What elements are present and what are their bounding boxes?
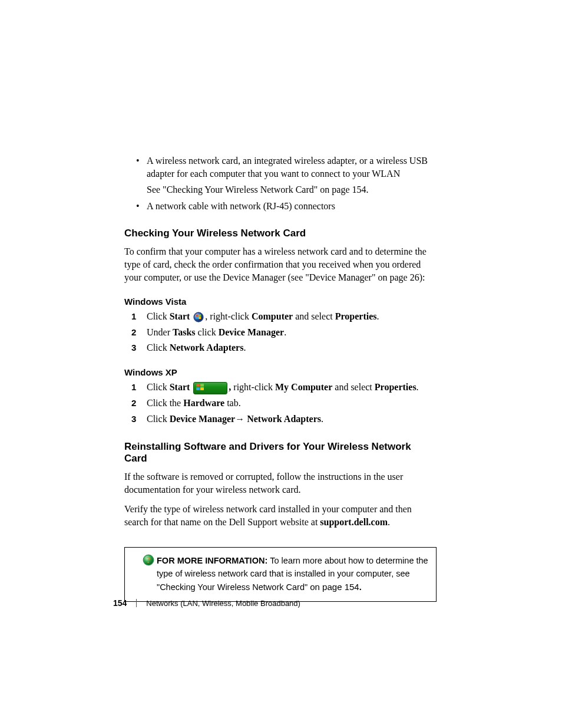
bullet-subtext: See "Checking Your Wireless Network Card… [147,183,437,196]
url-text: support.dell.com [320,517,388,527]
step-text: . [243,342,246,353]
help-icon: ? [143,554,154,570]
bullet-text: A network cable with network (RJ-45) con… [147,201,335,211]
svg-rect-7 [200,384,204,387]
info-end: . [359,582,362,592]
step-text: Under [147,327,173,337]
ui-term: Properties [335,311,377,321]
vista-start-orb-icon [193,312,204,322]
step-item: 3 Click Device Manager→ Network Adapters… [124,413,437,426]
svg-rect-6 [196,384,200,387]
svg-rect-5 [199,317,201,319]
page-content: A wireless network card, an integrated w… [124,154,437,602]
step-text: Click the [147,398,183,408]
ui-term: Device Manager [219,327,285,337]
subsection-heading: Windows Vista [124,297,437,307]
steps-list-vista: 1 Click Start , right-click Computer and… [124,310,437,354]
section-heading: Checking Your Wireless Network Card [124,228,437,239]
step-number: 3 [131,341,136,354]
step-text: tab. [224,398,241,408]
step-text: . [377,311,379,321]
step-text: right-click [233,382,275,392]
ui-term: Network Adapters [170,342,244,353]
step-number: 3 [131,413,136,425]
step-text: . [321,414,323,424]
svg-rect-8 [196,387,200,390]
body-paragraph: Verify the type of wireless network card… [124,503,437,528]
step-item: 1 Click Start , right-click Computer and… [124,310,437,323]
document-page: A wireless network card, an integrated w… [0,0,562,728]
list-item: A network cable with network (RJ-45) con… [124,200,437,213]
ui-term: Tasks [173,327,196,337]
body-text: . [388,517,390,527]
svg-rect-4 [196,317,199,319]
page-number: 154 [113,598,127,608]
ui-term: Start [170,311,193,321]
step-text: . [416,382,419,392]
list-item: A wireless network card, an integrated w… [124,154,437,196]
ui-term: Hardware [183,398,224,408]
step-text: and select [332,382,375,392]
step-text: Click [147,382,170,392]
step-item: 2 Under Tasks click Device Manager. [124,326,437,339]
section-heading: Reinstalling Software and Drivers for Yo… [124,441,437,465]
step-text: Click [147,342,170,353]
info-callout-box: ? FOR MORE INFORMATION: To learn more ab… [124,547,437,601]
ui-term: My Computer [275,382,332,392]
page-footer: 154 Networks (LAN, Wireless, Mobile Broa… [113,598,300,608]
ui-term: Start [170,382,193,392]
body-paragraph: If the software is removed or corrupted,… [124,470,437,496]
svg-text:?: ? [147,556,151,565]
step-text: Click [147,311,170,321]
svg-rect-2 [196,315,199,317]
step-number: 2 [131,326,136,338]
arrow: → [235,414,247,424]
ui-term: Device Manager [170,414,236,424]
step-item: 2 Click the Hardware tab. [124,397,437,410]
chapter-title: Networks (LAN, Wireless, Mobile Broadban… [146,599,300,608]
step-text: and select [293,311,335,321]
steps-list-xp: 1 Click Start , right-click My Computer … [124,381,437,426]
step-item: 1 Click Start , right-click My Computer … [124,381,437,394]
step-item: 3 Click Network Adapters. [124,341,437,354]
xp-start-button-icon [193,382,227,394]
bullet-text: A wireless network card, an integrated w… [147,156,428,179]
info-tail: on page 154 [308,582,359,592]
step-text: , right-click [205,311,252,321]
step-number: 2 [131,397,136,409]
step-number: 1 [131,381,136,393]
step-text: click [196,327,219,337]
ui-term: Properties [375,382,416,392]
svg-rect-3 [199,315,201,317]
requirements-list: A wireless network card, an integrated w… [124,154,437,212]
step-text: Click [147,414,170,424]
ui-term: Computer [252,311,293,321]
step-number: 1 [131,310,136,322]
footer-separator [136,599,137,607]
body-paragraph: To confirm that your computer has a wire… [124,245,437,284]
ui-term: Network Adapters [247,414,321,424]
info-label: FOR MORE INFORMATION: [157,556,270,565]
svg-rect-9 [200,387,204,390]
subsection-heading: Windows XP [124,367,437,377]
step-text: . [284,327,286,337]
